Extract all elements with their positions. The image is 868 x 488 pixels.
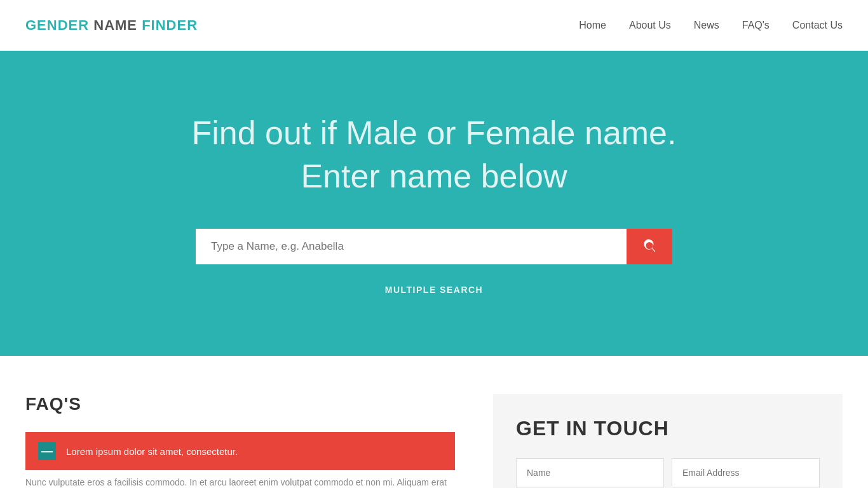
- site-logo[interactable]: GENDER NAME FINDER: [25, 17, 198, 34]
- brand-finder: FINDER: [142, 17, 198, 33]
- hero-section: Find out if Male or Female name. Enter n…: [0, 51, 868, 356]
- contact-email-input[interactable]: [672, 458, 820, 487]
- hero-title-line1: Find out if Male or Female name.: [192, 114, 677, 151]
- brand-name: NAME: [89, 17, 142, 33]
- faq-question: Lorem ipsum dolor sit amet, consectetur.: [66, 446, 238, 457]
- faq-accordion-header[interactable]: — Lorem ipsum dolor sit amet, consectetu…: [25, 432, 455, 470]
- contact-section: GET IN TOUCH: [493, 394, 843, 488]
- nav-link-faqs[interactable]: FAQ's: [742, 20, 770, 30]
- faq-accordion-item: — Lorem ipsum dolor sit amet, consectetu…: [25, 432, 455, 470]
- contact-name-input[interactable]: [516, 458, 664, 487]
- hero-title-line2: Enter name below: [301, 158, 567, 194]
- search-button[interactable]: [627, 229, 672, 264]
- hero-title: Find out if Male or Female name. Enter n…: [192, 112, 677, 198]
- faq-body-text: Nunc vulputate eros a facilisis commodo.…: [25, 475, 455, 488]
- bottom-section: FAQ'S — Lorem ipsum dolor sit amet, cons…: [0, 356, 868, 488]
- search-box: [196, 229, 672, 264]
- brand-gender: GENDER: [25, 17, 89, 33]
- multiple-search-link[interactable]: MULTIPLE SEARCH: [385, 285, 483, 295]
- contact-fields: [516, 458, 820, 487]
- nav-item-news[interactable]: News: [694, 20, 719, 31]
- nav-item-faqs[interactable]: FAQ's: [742, 20, 770, 31]
- nav-links: Home About Us News FAQ's Contact Us: [579, 20, 843, 31]
- search-icon: [642, 239, 657, 254]
- search-input[interactable]: [196, 229, 627, 264]
- faq-toggle-icon: —: [38, 442, 56, 460]
- nav-link-news[interactable]: News: [694, 20, 719, 30]
- nav-link-about[interactable]: About Us: [629, 20, 671, 30]
- contact-title: GET IN TOUCH: [516, 417, 820, 440]
- nav-link-home[interactable]: Home: [579, 20, 606, 30]
- faq-title: FAQ'S: [25, 394, 455, 414]
- navbar: GENDER NAME FINDER Home About Us News FA…: [0, 0, 868, 51]
- nav-link-contact[interactable]: Contact Us: [792, 20, 843, 30]
- nav-item-contact[interactable]: Contact Us: [792, 20, 843, 31]
- faq-section: FAQ'S — Lorem ipsum dolor sit amet, cons…: [25, 394, 455, 488]
- nav-item-about[interactable]: About Us: [629, 20, 671, 31]
- nav-item-home[interactable]: Home: [579, 20, 606, 31]
